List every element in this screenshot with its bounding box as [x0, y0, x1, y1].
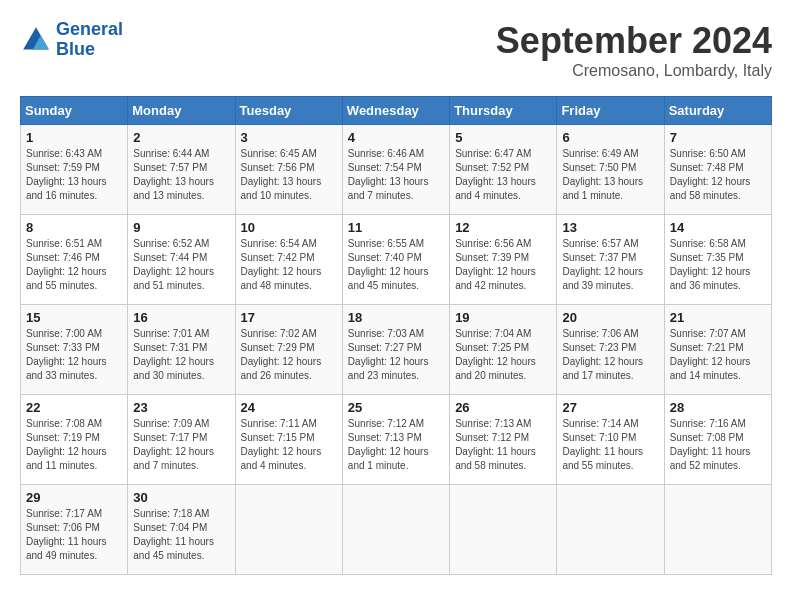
calendar-row: 1Sunrise: 6:43 AMSunset: 7:59 PMDaylight… — [21, 125, 772, 215]
day-number: 10 — [241, 220, 337, 235]
day-info: Sunrise: 6:56 AMSunset: 7:39 PMDaylight:… — [455, 237, 551, 293]
day-number: 27 — [562, 400, 658, 415]
day-number: 17 — [241, 310, 337, 325]
table-row: 8Sunrise: 6:51 AMSunset: 7:46 PMDaylight… — [21, 215, 128, 305]
day-info: Sunrise: 7:14 AMSunset: 7:10 PMDaylight:… — [562, 417, 658, 473]
day-info: Sunrise: 7:02 AMSunset: 7:29 PMDaylight:… — [241, 327, 337, 383]
table-row: 27Sunrise: 7:14 AMSunset: 7:10 PMDayligh… — [557, 395, 664, 485]
table-row: 5Sunrise: 6:47 AMSunset: 7:52 PMDaylight… — [450, 125, 557, 215]
table-row: 18Sunrise: 7:03 AMSunset: 7:27 PMDayligh… — [342, 305, 449, 395]
table-row — [342, 485, 449, 575]
day-number: 19 — [455, 310, 551, 325]
logo-icon — [20, 24, 52, 56]
day-info: Sunrise: 7:03 AMSunset: 7:27 PMDaylight:… — [348, 327, 444, 383]
day-number: 5 — [455, 130, 551, 145]
calendar-row: 8Sunrise: 6:51 AMSunset: 7:46 PMDaylight… — [21, 215, 772, 305]
day-info: Sunrise: 7:00 AMSunset: 7:33 PMDaylight:… — [26, 327, 122, 383]
day-info: Sunrise: 6:51 AMSunset: 7:46 PMDaylight:… — [26, 237, 122, 293]
day-number: 12 — [455, 220, 551, 235]
table-row: 2Sunrise: 6:44 AMSunset: 7:57 PMDaylight… — [128, 125, 235, 215]
day-number: 24 — [241, 400, 337, 415]
day-number: 9 — [133, 220, 229, 235]
day-info: Sunrise: 7:01 AMSunset: 7:31 PMDaylight:… — [133, 327, 229, 383]
table-row: 6Sunrise: 6:49 AMSunset: 7:50 PMDaylight… — [557, 125, 664, 215]
table-row: 20Sunrise: 7:06 AMSunset: 7:23 PMDayligh… — [557, 305, 664, 395]
day-number: 20 — [562, 310, 658, 325]
logo-line1: General — [56, 19, 123, 39]
col-thursday: Thursday — [450, 97, 557, 125]
day-info: Sunrise: 6:43 AMSunset: 7:59 PMDaylight:… — [26, 147, 122, 203]
table-row: 25Sunrise: 7:12 AMSunset: 7:13 PMDayligh… — [342, 395, 449, 485]
day-number: 15 — [26, 310, 122, 325]
day-number: 23 — [133, 400, 229, 415]
day-info: Sunrise: 7:13 AMSunset: 7:12 PMDaylight:… — [455, 417, 551, 473]
day-info: Sunrise: 7:12 AMSunset: 7:13 PMDaylight:… — [348, 417, 444, 473]
col-tuesday: Tuesday — [235, 97, 342, 125]
logo: General Blue — [20, 20, 123, 60]
day-info: Sunrise: 6:44 AMSunset: 7:57 PMDaylight:… — [133, 147, 229, 203]
logo-text: General Blue — [56, 20, 123, 60]
day-info: Sunrise: 6:52 AMSunset: 7:44 PMDaylight:… — [133, 237, 229, 293]
day-info: Sunrise: 7:18 AMSunset: 7:04 PMDaylight:… — [133, 507, 229, 563]
table-row: 28Sunrise: 7:16 AMSunset: 7:08 PMDayligh… — [664, 395, 771, 485]
day-number: 1 — [26, 130, 122, 145]
table-row: 13Sunrise: 6:57 AMSunset: 7:37 PMDayligh… — [557, 215, 664, 305]
table-row: 14Sunrise: 6:58 AMSunset: 7:35 PMDayligh… — [664, 215, 771, 305]
day-number: 30 — [133, 490, 229, 505]
col-sunday: Sunday — [21, 97, 128, 125]
day-info: Sunrise: 6:45 AMSunset: 7:56 PMDaylight:… — [241, 147, 337, 203]
location: Cremosano, Lombardy, Italy — [496, 62, 772, 80]
calendar-row: 15Sunrise: 7:00 AMSunset: 7:33 PMDayligh… — [21, 305, 772, 395]
table-row: 12Sunrise: 6:56 AMSunset: 7:39 PMDayligh… — [450, 215, 557, 305]
day-info: Sunrise: 7:11 AMSunset: 7:15 PMDaylight:… — [241, 417, 337, 473]
day-info: Sunrise: 7:08 AMSunset: 7:19 PMDaylight:… — [26, 417, 122, 473]
table-row: 1Sunrise: 6:43 AMSunset: 7:59 PMDaylight… — [21, 125, 128, 215]
table-row: 22Sunrise: 7:08 AMSunset: 7:19 PMDayligh… — [21, 395, 128, 485]
day-info: Sunrise: 7:06 AMSunset: 7:23 PMDaylight:… — [562, 327, 658, 383]
table-row: 16Sunrise: 7:01 AMSunset: 7:31 PMDayligh… — [128, 305, 235, 395]
table-row: 9Sunrise: 6:52 AMSunset: 7:44 PMDaylight… — [128, 215, 235, 305]
day-info: Sunrise: 7:16 AMSunset: 7:08 PMDaylight:… — [670, 417, 766, 473]
calendar-table: Sunday Monday Tuesday Wednesday Thursday… — [20, 96, 772, 575]
day-number: 4 — [348, 130, 444, 145]
day-info: Sunrise: 7:04 AMSunset: 7:25 PMDaylight:… — [455, 327, 551, 383]
table-row — [664, 485, 771, 575]
day-number: 16 — [133, 310, 229, 325]
day-info: Sunrise: 6:55 AMSunset: 7:40 PMDaylight:… — [348, 237, 444, 293]
table-row: 26Sunrise: 7:13 AMSunset: 7:12 PMDayligh… — [450, 395, 557, 485]
table-row — [235, 485, 342, 575]
table-row: 29Sunrise: 7:17 AMSunset: 7:06 PMDayligh… — [21, 485, 128, 575]
header: General Blue September 2024 Cremosano, L… — [20, 20, 772, 80]
day-number: 21 — [670, 310, 766, 325]
table-row — [450, 485, 557, 575]
day-info: Sunrise: 6:58 AMSunset: 7:35 PMDaylight:… — [670, 237, 766, 293]
day-number: 28 — [670, 400, 766, 415]
day-info: Sunrise: 7:07 AMSunset: 7:21 PMDaylight:… — [670, 327, 766, 383]
day-number: 14 — [670, 220, 766, 235]
day-number: 13 — [562, 220, 658, 235]
table-row: 11Sunrise: 6:55 AMSunset: 7:40 PMDayligh… — [342, 215, 449, 305]
day-info: Sunrise: 7:09 AMSunset: 7:17 PMDaylight:… — [133, 417, 229, 473]
day-number: 7 — [670, 130, 766, 145]
day-info: Sunrise: 6:50 AMSunset: 7:48 PMDaylight:… — [670, 147, 766, 203]
month-year: September 2024 — [496, 20, 772, 62]
table-row: 23Sunrise: 7:09 AMSunset: 7:17 PMDayligh… — [128, 395, 235, 485]
table-row: 17Sunrise: 7:02 AMSunset: 7:29 PMDayligh… — [235, 305, 342, 395]
col-wednesday: Wednesday — [342, 97, 449, 125]
day-info: Sunrise: 6:57 AMSunset: 7:37 PMDaylight:… — [562, 237, 658, 293]
day-info: Sunrise: 6:49 AMSunset: 7:50 PMDaylight:… — [562, 147, 658, 203]
table-row: 30Sunrise: 7:18 AMSunset: 7:04 PMDayligh… — [128, 485, 235, 575]
day-number: 29 — [26, 490, 122, 505]
day-number: 3 — [241, 130, 337, 145]
table-row: 21Sunrise: 7:07 AMSunset: 7:21 PMDayligh… — [664, 305, 771, 395]
day-number: 8 — [26, 220, 122, 235]
logo-line2: Blue — [56, 39, 95, 59]
day-info: Sunrise: 7:17 AMSunset: 7:06 PMDaylight:… — [26, 507, 122, 563]
table-row: 4Sunrise: 6:46 AMSunset: 7:54 PMDaylight… — [342, 125, 449, 215]
table-row: 10Sunrise: 6:54 AMSunset: 7:42 PMDayligh… — [235, 215, 342, 305]
day-number: 26 — [455, 400, 551, 415]
day-number: 18 — [348, 310, 444, 325]
title-area: September 2024 Cremosano, Lombardy, Ital… — [496, 20, 772, 80]
calendar-row: 29Sunrise: 7:17 AMSunset: 7:06 PMDayligh… — [21, 485, 772, 575]
header-row: Sunday Monday Tuesday Wednesday Thursday… — [21, 97, 772, 125]
